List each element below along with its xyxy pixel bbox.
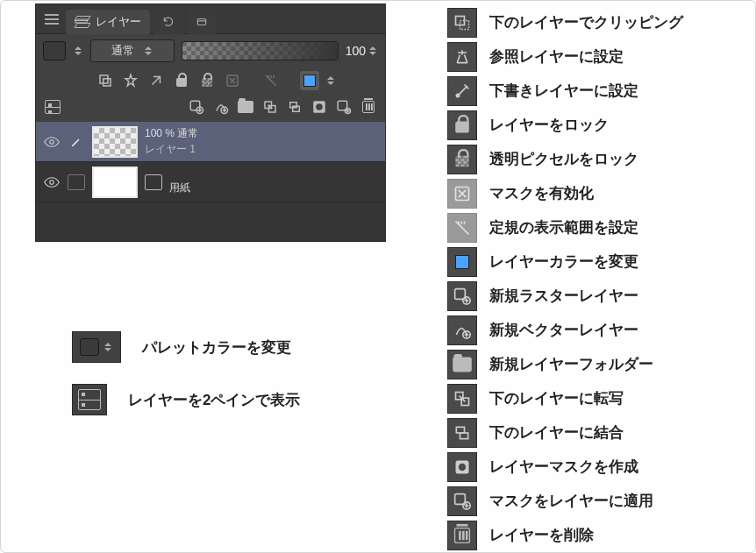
layer-name: レイヤー 1 [145, 142, 198, 157]
new-folder-icon[interactable] [236, 97, 255, 117]
opacity-stepper[interactable] [367, 43, 378, 59]
two-pane-icon[interactable] [43, 97, 62, 117]
legend-two-pane: レイヤーを2ペインで表示 [72, 384, 300, 415]
il-label: 下のレイヤーに転写 [489, 388, 624, 408]
edit-indicator [68, 136, 85, 148]
new-vector-icon[interactable] [211, 97, 231, 117]
apply-mask-icon[interactable] [334, 97, 353, 117]
tab-label: レイヤー [96, 14, 141, 30]
layer-name: 用紙 [169, 181, 190, 195]
new-vector-icon [447, 315, 477, 345]
merge-down-icon[interactable] [285, 97, 304, 117]
icon-list: 下のレイヤーでクリッピング 参照レイヤーに設定 下書きレイヤーに設定 レイヤーを… [447, 5, 683, 552]
layer-option-icons [36, 67, 385, 94]
reference-icon[interactable] [121, 71, 140, 90]
panel-tabs: レイヤー [36, 4, 385, 34]
il-label: レイヤーマスクを作成 [489, 457, 638, 477]
new-raster-icon [447, 281, 477, 311]
blend-mode-stepper [143, 43, 153, 59]
il-create-mask: レイヤーマスクを作成 [447, 450, 683, 484]
legend: パレットカラーを変更 レイヤーを2ペインで表示 [72, 331, 300, 415]
transfer-icon[interactable] [260, 97, 280, 117]
reference-icon [447, 42, 477, 72]
layer-color-icon[interactable] [300, 71, 319, 90]
menu-icon[interactable] [41, 9, 62, 30]
create-mask-icon[interactable] [310, 97, 329, 117]
lock-alpha-icon [447, 145, 477, 174]
tab-history[interactable] [153, 10, 183, 34]
il-label: 参照レイヤーに設定 [489, 46, 624, 67]
edit-indicator-empty [68, 174, 85, 190]
svg-point-19 [456, 94, 459, 96]
delete-icon [447, 521, 477, 550]
legend-label: レイヤーを2ペインで表示 [128, 390, 300, 410]
draft-icon[interactable] [146, 71, 166, 90]
il-draft: 下書きレイヤーに設定 [447, 74, 683, 108]
svg-rect-4 [190, 101, 200, 110]
svg-rect-26 [456, 427, 464, 433]
layer-color-stepper[interactable] [325, 73, 336, 89]
il-new-vector: 新規ベクターレイヤー [447, 313, 683, 347]
palette-color-stepper[interactable] [73, 43, 83, 59]
layer-thumbnail [92, 167, 138, 198]
layer-controls-row: 通常 100 [36, 34, 385, 67]
clip-icon[interactable] [96, 71, 115, 90]
transfer-icon [447, 384, 477, 414]
lock-icon [447, 110, 477, 140]
il-layer-color: レイヤーカラーを変更 [447, 245, 683, 279]
apply-mask-icon [447, 486, 477, 516]
opacity-value: 100 [346, 44, 366, 58]
mask-enable-icon [447, 179, 477, 209]
palette-color-chip-legend [72, 331, 121, 363]
il-label: レイヤーカラーを変更 [489, 252, 638, 272]
svg-rect-0 [197, 18, 205, 25]
il-delete: レイヤーを削除 [447, 518, 683, 552]
clip-icon [447, 8, 477, 38]
il-apply-mask: マスクをレイヤーに適用 [447, 484, 683, 518]
il-label: レイヤーをロック [489, 115, 609, 135]
il-mask-enable: マスクを有効化 [447, 176, 683, 210]
il-label: 新規ラスターレイヤー [489, 286, 638, 306]
svg-rect-27 [460, 433, 468, 439]
layer-panel: レイヤー 通常 100 [35, 4, 386, 242]
svg-point-16 [50, 180, 54, 184]
opacity-slider[interactable] [182, 41, 339, 60]
mask-enable-icon[interactable] [223, 71, 242, 90]
layer-row-paper[interactable]: 用紙 [36, 162, 385, 202]
il-merge-down: 下のレイヤーに結合 [447, 415, 683, 450]
svg-point-12 [316, 103, 323, 110]
create-mask-icon [447, 452, 477, 482]
visibility-toggle[interactable] [43, 136, 61, 148]
tab-autoaction[interactable] [187, 10, 217, 34]
new-raster-icon[interactable] [187, 97, 206, 117]
blend-mode-select[interactable]: 通常 [90, 39, 175, 62]
ruler-range-icon[interactable] [261, 71, 281, 90]
layer-color-icon [447, 247, 477, 277]
blend-mode-value: 通常 [111, 43, 134, 59]
tab-layers[interactable]: レイヤー [66, 10, 150, 34]
il-reference: 参照レイヤーに設定 [447, 39, 683, 74]
legend-label: パレットカラーを変更 [142, 337, 291, 358]
layer-action-icons [36, 94, 385, 122]
il-label: 新規ベクターレイヤー [489, 320, 638, 340]
il-new-raster: 新規ラスターレイヤー [447, 279, 683, 313]
il-label: 下書きレイヤーに設定 [489, 81, 638, 101]
layer-thumbnail [92, 126, 138, 158]
lock-icon[interactable] [172, 71, 191, 90]
delete-icon[interactable] [359, 97, 378, 117]
il-lock-alpha: 透明ピクセルをロック [447, 142, 683, 176]
il-clip: 下のレイヤーでクリッピング [447, 5, 683, 39]
layer-row-1[interactable]: 100 % 通常 レイヤー 1 [36, 122, 385, 162]
new-folder-icon [447, 350, 477, 379]
il-lock: レイヤーをロック [447, 108, 683, 142]
palette-color-chip[interactable] [43, 41, 66, 60]
lock-alpha-icon[interactable] [197, 71, 217, 90]
il-ruler: 定規の表示範囲を設定 [447, 210, 683, 245]
svg-point-29 [459, 463, 466, 470]
ruler-range-icon [447, 213, 477, 243]
paper-type-icon [145, 174, 162, 190]
svg-point-15 [50, 139, 54, 144]
visibility-toggle[interactable] [43, 176, 61, 188]
svg-rect-2 [103, 79, 111, 86]
layers-icon [75, 16, 90, 28]
